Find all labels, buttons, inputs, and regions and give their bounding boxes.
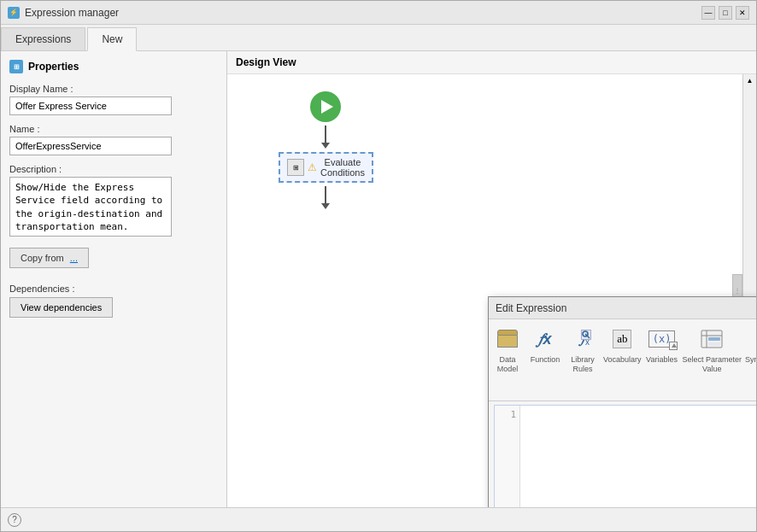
- svg-rect-6: [708, 337, 720, 341]
- properties-panel: ⊞ Properties Display Name : Name : Descr…: [1, 51, 227, 507]
- include-toolbar-group: DataModel 𝑓x Function: [489, 319, 756, 400]
- display-name-label: Display Name :: [9, 84, 218, 94]
- library-rules-label: LibraryRules: [571, 355, 595, 374]
- variables-button[interactable]: (x): [645, 323, 679, 355]
- maximize-button[interactable]: □: [719, 6, 732, 20]
- dialog-title-bar: Edit Expression — □ ✕: [489, 297, 756, 319]
- scroll-up-arrow[interactable]: ▲: [744, 74, 756, 86]
- description-textarea[interactable]: Show/Hide the Express Service field acco…: [9, 177, 172, 237]
- node-label: EvaluateConditions: [320, 157, 365, 178]
- library-rules-group: 𝑓 x LibraryRules: [564, 319, 601, 400]
- function-icon: 𝑓x: [538, 330, 551, 348]
- app-icon: ⚡: [8, 7, 20, 19]
- description-group: Description : Show/Hide the Express Serv…: [9, 164, 218, 239]
- variables-icon: (x): [648, 330, 676, 348]
- minimize-button[interactable]: —: [701, 6, 715, 20]
- variables-label: Variables: [646, 355, 678, 364]
- data-model-group: DataModel: [489, 319, 526, 400]
- title-bar-left: ⚡ Expression manager: [8, 7, 119, 19]
- library-rules-button[interactable]: 𝑓 x: [566, 323, 600, 355]
- title-bar-controls: — □ ✕: [701, 6, 749, 20]
- tab-bar: Expressions New: [1, 25, 756, 51]
- design-view-panel: Design View ▲ ▼: [227, 51, 756, 507]
- display-name-input[interactable]: [9, 96, 172, 115]
- vocabulary-button[interactable]: ab: [605, 323, 639, 355]
- vocabulary-icon: ab: [613, 330, 631, 348]
- edit-expression-dialog: Edit Expression — □ ✕: [488, 296, 756, 507]
- flow-arrow-1: [325, 126, 326, 143]
- design-view-header: Design View: [227, 51, 756, 74]
- design-canvas: ▲ ▼: [227, 74, 756, 507]
- description-label: Description :: [9, 164, 218, 174]
- select-parameter-button[interactable]: [690, 323, 734, 355]
- node-icon: ⊞: [287, 159, 304, 176]
- warning-icon: ⚠: [308, 161, 317, 173]
- title-bar: ⚡ Expression manager — □ ✕: [1, 1, 756, 25]
- function-group: 𝑓x Function: [526, 319, 564, 400]
- properties-icon: ⊞: [9, 60, 23, 73]
- svg-marker-2: [672, 343, 677, 348]
- name-group: Name :: [9, 124, 218, 155]
- name-label: Name :: [9, 124, 218, 134]
- view-dependencies-button[interactable]: View dependencies: [9, 297, 113, 318]
- select-parameter-label: Select ParameterValue: [683, 355, 742, 374]
- flow-arrow-head-1: [321, 143, 330, 149]
- tab-new[interactable]: New: [87, 27, 137, 51]
- copy-from-group: Copy from ...: [9, 248, 218, 268]
- vocabulary-group: ab Vocabulary: [601, 319, 643, 400]
- help-icon[interactable]: ?: [8, 513, 21, 527]
- bottom-bar: ?: [1, 507, 756, 531]
- function-label: Function: [531, 355, 560, 364]
- library-rules-icon: 𝑓 x: [581, 331, 584, 347]
- syntax-validation-label: Syntax and referencesvalidation: [745, 355, 756, 374]
- properties-header: ⊞ Properties: [9, 60, 218, 73]
- dependencies-label: Dependencies :: [9, 284, 218, 294]
- editor-area: 1: [494, 405, 756, 507]
- play-icon: [321, 100, 333, 114]
- expression-editor[interactable]: [520, 406, 756, 507]
- dialog-title: Edit Expression: [496, 302, 566, 314]
- flow-diagram: ⊞ ⚠ EvaluateConditions: [279, 91, 373, 213]
- evaluate-conditions-node[interactable]: ⊞ ⚠ EvaluateConditions: [279, 152, 373, 183]
- display-name-group: Display Name :: [9, 84, 218, 115]
- window-title: Expression manager: [25, 7, 119, 19]
- syntax-validation-group: Syntax and referencesvalidation: [743, 319, 756, 400]
- main-window: ⚡ Expression manager — □ ✕ Expressions N…: [0, 0, 757, 532]
- data-model-label: DataModel: [497, 355, 519, 374]
- line-numbers: 1: [495, 406, 520, 507]
- select-parameter-group: Select ParameterValue: [681, 319, 744, 400]
- copy-from-button[interactable]: Copy from ...: [9, 248, 89, 268]
- variables-group: (x) Variables: [643, 319, 681, 400]
- flow-arrow-2: [325, 186, 326, 203]
- dialog-toolbar: DataModel 𝑓x Function: [489, 319, 756, 401]
- vocabulary-label: Vocabulary: [603, 355, 642, 364]
- name-input[interactable]: [9, 137, 172, 155]
- database-icon: [497, 330, 518, 348]
- function-button[interactable]: 𝑓x: [528, 323, 562, 355]
- close-button[interactable]: ✕: [736, 6, 749, 20]
- svg-rect-7: [708, 342, 720, 346]
- select-parameter-icon: [700, 327, 724, 351]
- flow-start-node[interactable]: [310, 91, 341, 122]
- data-model-button[interactable]: [490, 323, 525, 355]
- line-number-1: 1: [498, 409, 516, 420]
- content-area: ⊞ Properties Display Name : Name : Descr…: [1, 51, 756, 507]
- tab-expressions[interactable]: Expressions: [1, 27, 85, 50]
- flow-arrow-head-2: [321, 203, 330, 209]
- dependencies-group: Dependencies : View dependencies: [9, 277, 218, 318]
